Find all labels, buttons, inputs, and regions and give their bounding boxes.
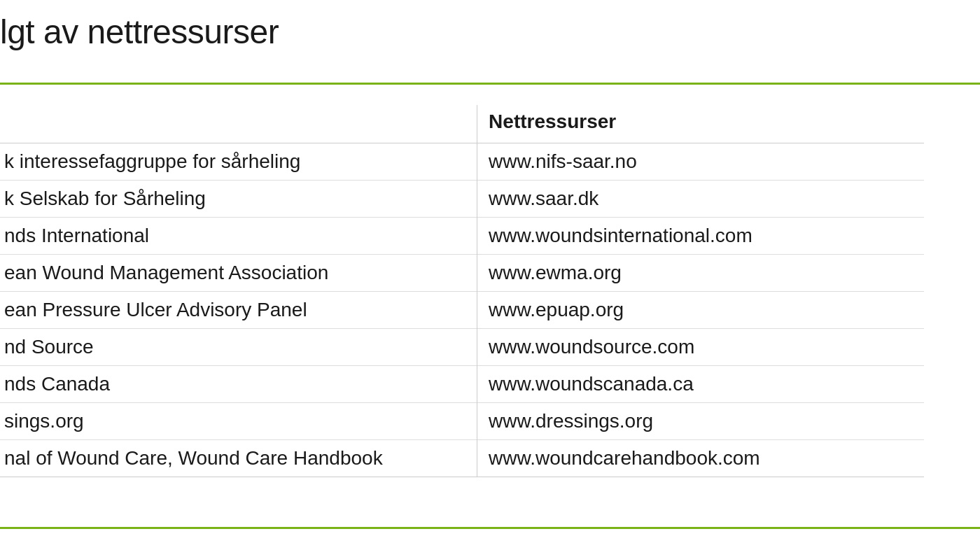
table-row: k Selskab for Sårhelingwww.saar.dk	[0, 181, 924, 218]
table-cell-url: www.saar.dk	[477, 181, 924, 218]
table-cell-url: www.woundscanada.ca	[477, 366, 924, 403]
table-row: nd Sourcewww.woundsource.com	[0, 329, 924, 366]
page-container: lgt av nettressurser Nettressurser k int…	[0, 0, 980, 550]
table-row: nal of Wound Care, Wound Care Handbookww…	[0, 440, 924, 477]
table-cell-url: www.nifs-saar.no	[477, 143, 924, 181]
table-cell-source: nal of Wound Care, Wound Care Handbook	[0, 440, 477, 477]
table-cell-source: nds International	[0, 218, 477, 255]
table-cell-url: www.woundsource.com	[477, 329, 924, 366]
table-cell-source: k Selskab for Sårheling	[0, 181, 477, 218]
column-header-nettressurser: Nettressurser	[477, 105, 924, 143]
table-row: k interessefaggruppe for sårhelingwww.ni…	[0, 143, 924, 181]
table-cell-source: k interessefaggruppe for sårheling	[0, 143, 477, 181]
table-cell-source: ean Wound Management Association	[0, 255, 477, 292]
table-row: ean Wound Management Associationwww.ewma…	[0, 255, 924, 292]
table-row: nds Canadawww.woundscanada.ca	[0, 366, 924, 403]
table-cell-source: nd Source	[0, 329, 477, 366]
table-cell-source: ean Pressure Ulcer Advisory Panel	[0, 292, 477, 329]
table-cell-url: www.ewma.org	[477, 255, 924, 292]
table-cell-source: sings.org	[0, 403, 477, 440]
title-section: lgt av nettressurser	[0, 13, 980, 51]
table-cell-url: www.dressings.org	[477, 403, 924, 440]
table-container: Nettressurser k interessefaggruppe for s…	[0, 105, 924, 477]
page-title: lgt av nettressurser	[0, 13, 980, 51]
table-row: sings.orgwww.dressings.org	[0, 403, 924, 440]
column-header-source	[0, 105, 477, 143]
table-row: ean Pressure Ulcer Advisory Panelwww.epu…	[0, 292, 924, 329]
table-cell-url: www.woundcarehandbook.com	[477, 440, 924, 477]
table-cell-url: www.woundsinternational.com	[477, 218, 924, 255]
table-row: nds Internationalwww.woundsinternational…	[0, 218, 924, 255]
table-header-row: Nettressurser	[0, 105, 924, 143]
table-cell-source: nds Canada	[0, 366, 477, 403]
green-line-top	[0, 83, 980, 85]
table-cell-url: www.epuap.org	[477, 292, 924, 329]
resources-table: Nettressurser k interessefaggruppe for s…	[0, 105, 924, 477]
green-line-bottom	[0, 527, 980, 529]
